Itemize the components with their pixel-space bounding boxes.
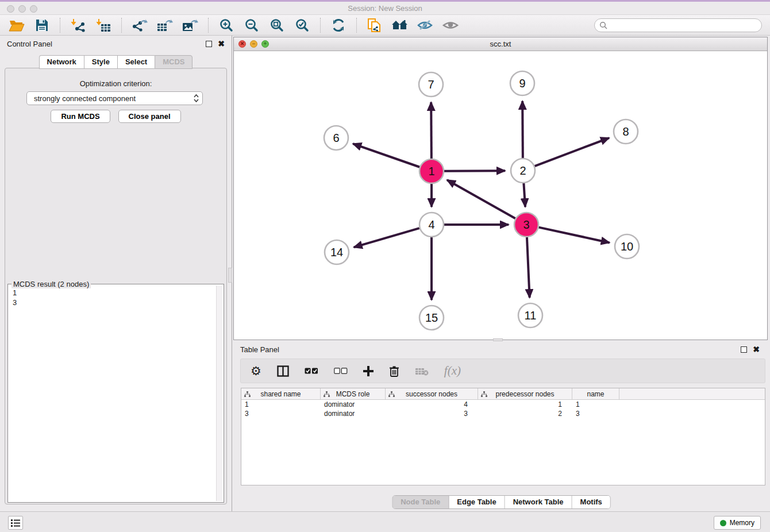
zoom-window-icon[interactable] (30, 5, 37, 13)
zoom-selected-button[interactable] (291, 16, 313, 34)
column-header-name[interactable]: name (572, 388, 619, 399)
tab-style[interactable]: Style (84, 55, 117, 69)
node-10[interactable]: 10 (615, 234, 639, 259)
close-network-icon[interactable]: ✕ (238, 40, 246, 48)
edge-3-1[interactable] (447, 180, 515, 218)
split-panel-button[interactable] (277, 365, 289, 377)
close-window-icon[interactable] (7, 5, 14, 13)
copy-network-icon (367, 18, 382, 33)
export-image-button[interactable] (179, 16, 201, 34)
window-title: Session: New Session (348, 4, 422, 13)
node-4[interactable]: 4 (419, 213, 444, 237)
import-table-button[interactable] (93, 16, 114, 34)
select-all-button[interactable] (305, 368, 318, 375)
node-9[interactable]: 9 (510, 71, 534, 95)
first-neighbors-button[interactable] (389, 16, 411, 34)
export-network-icon (132, 18, 148, 32)
hide-selected-button[interactable] (414, 16, 436, 34)
mcds-result-box: MCDS result (2 nodes) 1 3 (7, 284, 224, 503)
run-mcds-button[interactable]: Run MCDS (51, 110, 110, 123)
table-row[interactable]: 3dominator323 (241, 409, 765, 418)
node-2[interactable]: 2 (511, 159, 535, 183)
node-3[interactable]: 3 (514, 213, 538, 237)
edge-1-7[interactable] (431, 102, 432, 159)
node-14[interactable]: 14 (325, 240, 349, 264)
zoom-fit-button[interactable] (266, 16, 288, 34)
cell-successor-nodes: 4 (386, 400, 478, 409)
show-all-button[interactable] (440, 16, 461, 34)
node-1[interactable]: 1 (419, 159, 444, 183)
add-column-button[interactable] (363, 366, 374, 376)
float-table-panel-icon[interactable] (741, 346, 747, 353)
criterion-dropdown[interactable]: strongly connected component (26, 91, 203, 105)
minimize-window-icon[interactable] (18, 5, 26, 13)
tab-network[interactable]: Network (39, 55, 84, 69)
maximize-network-icon[interactable]: + (261, 40, 269, 48)
search-icon (599, 21, 607, 29)
mcds-result-values: 1 3 (9, 287, 215, 501)
tab-select[interactable]: Select (117, 55, 155, 69)
edge-3-10[interactable] (538, 228, 609, 243)
node-15[interactable]: 15 (419, 306, 444, 330)
minimize-network-icon[interactable]: − (250, 40, 257, 48)
node-11[interactable]: 11 (518, 303, 542, 327)
close-table-panel-icon[interactable]: ✖ (753, 346, 760, 353)
close-panel-button[interactable]: Close panel (118, 110, 181, 123)
export-table-icon (157, 18, 173, 32)
column-header-predecessor-nodes[interactable]: predecessor nodes (478, 388, 572, 399)
zoom-fit-icon (270, 18, 284, 32)
close-panel-icon[interactable]: ✖ (218, 41, 225, 47)
save-session-button[interactable] (31, 16, 53, 34)
column-header-shared-name[interactable]: shared name (241, 388, 321, 399)
edge-2-3[interactable] (523, 183, 525, 207)
node-8[interactable]: 8 (614, 119, 638, 144)
search-input[interactable] (610, 21, 757, 29)
edge-1-6[interactable] (353, 144, 419, 167)
export-network-button[interactable] (129, 16, 151, 34)
vertical-splitter-handle[interactable] (228, 268, 232, 283)
tab-motifs[interactable]: Motifs (572, 496, 610, 508)
edge-3-11[interactable] (527, 237, 530, 298)
column-type-icon (388, 391, 395, 397)
network-graph[interactable]: 7968124314101511 (234, 51, 767, 340)
tab-node-table[interactable]: Node Table (392, 496, 449, 508)
tab-edge-table[interactable]: Edge Table (449, 496, 505, 508)
svg-text:6: 6 (333, 132, 339, 144)
delete-column-button[interactable] (389, 365, 399, 377)
houses-icon (391, 19, 409, 32)
zoom-in-icon (220, 18, 233, 32)
save-icon (36, 19, 48, 32)
memory-button[interactable]: Memory (714, 516, 761, 530)
zoom-out-button[interactable] (241, 16, 263, 34)
column-settings-button[interactable]: ⚙ (251, 365, 261, 377)
edge-1-2[interactable] (444, 171, 505, 171)
network-canvas[interactable]: 7968124314101511 (234, 51, 767, 340)
horizontal-splitter-handle[interactable] (493, 338, 503, 341)
export-table-button[interactable] (154, 16, 176, 34)
table-row[interactable]: 1dominator411 (241, 400, 765, 409)
control-panel-title: Control Panel (7, 40, 52, 48)
column-header-MCDS-role[interactable]: MCDS role (321, 388, 386, 399)
result-scrollbar[interactable] (216, 286, 222, 501)
deselect-all-button[interactable] (334, 368, 348, 375)
zoom-selected-icon (295, 18, 309, 32)
edge-2-8[interactable] (535, 138, 609, 166)
tab-network-table[interactable]: Network Table (505, 496, 572, 508)
refresh-button[interactable] (328, 16, 349, 34)
node-7[interactable]: 7 (419, 72, 443, 97)
tab-mcds[interactable]: MCDS (155, 55, 192, 69)
edge-2-9[interactable] (522, 101, 523, 158)
import-network-button[interactable] (67, 16, 89, 34)
zoom-in-button[interactable] (215, 16, 237, 34)
column-header-successor-nodes[interactable]: successor nodes (386, 388, 478, 399)
network-window-titlebar[interactable]: ✕ − + scc.txt (234, 37, 767, 51)
deselect-all-icon (334, 368, 348, 375)
search-box[interactable] (594, 18, 762, 32)
open-session-button[interactable] (6, 16, 28, 34)
edge-4-14[interactable] (354, 228, 419, 247)
copy-network-button[interactable] (364, 16, 386, 34)
task-history-button[interactable] (8, 516, 23, 530)
column-type-icon (324, 391, 330, 397)
node-6[interactable]: 6 (324, 126, 348, 150)
float-panel-icon[interactable] (206, 41, 212, 47)
